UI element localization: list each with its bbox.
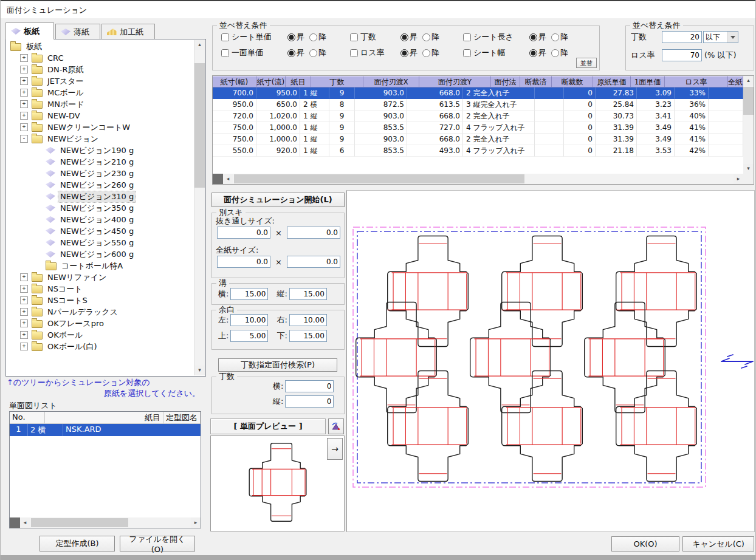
table-row[interactable]: 550.0 920.0 1 縦 6 853.5 493.0 4 フラップ入れ子 … — [213, 145, 743, 157]
tree-expander-icon[interactable]: + — [20, 66, 28, 73]
table-header-cell[interactable]: 紙目 — [286, 76, 311, 87]
tree-expander-icon[interactable]: + — [20, 112, 28, 120]
table-row[interactable]: 950.0 650.0 2 横 8 872.5 613.5 3 縦完全入れ子 0… — [213, 99, 743, 111]
tree-item[interactable]: NEWビジョン190 g — [7, 145, 194, 156]
tree-expander-icon[interactable]: + — [20, 123, 28, 131]
scrollbar-thumb[interactable] — [31, 518, 128, 527]
tree-expander-icon[interactable]: + — [20, 273, 28, 281]
count-search-button[interactable]: 丁数指定面付検索(P) — [218, 358, 337, 372]
table-header-cell[interactable]: 紙寸(幅) — [213, 76, 256, 87]
scroll-left-icon[interactable]: ◂ — [223, 174, 233, 184]
tree-item[interactable]: + NEW-DV — [7, 110, 194, 121]
tree-item[interactable]: NEWビジョン310 g — [7, 191, 194, 202]
sheet-price-desc-radio[interactable] — [309, 33, 317, 41]
scrollbar-track[interactable] — [233, 174, 734, 184]
tree-item[interactable]: NEWビジョン450 g — [7, 225, 194, 237]
sheet-width-desc-radio[interactable] — [551, 49, 559, 57]
tree-item[interactable]: NEWビジョン400 g — [7, 214, 194, 225]
scrollbar-thumb[interactable] — [194, 63, 205, 188]
count-asc-radio[interactable] — [400, 33, 408, 41]
tree-item[interactable]: + Nパールデラックス — [7, 306, 194, 318]
tree-item[interactable]: + NEWリファイン — [7, 271, 194, 283]
tree-item[interactable]: + MNボード — [7, 98, 194, 110]
tree-expander-icon[interactable]: + — [20, 77, 28, 85]
groove-v-input[interactable] — [289, 288, 327, 300]
full-sheet-width-input[interactable] — [217, 256, 270, 268]
tab-thin-paper[interactable]: 薄紙 — [55, 24, 100, 39]
scrollbar-thumb[interactable] — [234, 174, 524, 183]
loss-filter-input[interactable] — [662, 49, 702, 61]
scrollbar-track[interactable] — [743, 86, 754, 164]
count-filter-combo[interactable]: 以下 — [703, 31, 738, 43]
margin-top-input[interactable] — [230, 330, 268, 342]
tree-expander-icon[interactable]: + — [20, 100, 28, 108]
tree-item[interactable]: + MCボール — [7, 87, 194, 98]
splitter-box[interactable] — [213, 174, 223, 184]
scroll-right-icon[interactable]: ▸ — [734, 174, 743, 184]
tree-item[interactable]: NEWビジョン550 g — [7, 237, 194, 248]
table-header-cell[interactable]: 面付刃渡Y — [419, 76, 491, 87]
tree-item[interactable]: + JETスター — [7, 75, 194, 87]
list-header-cell[interactable]: 紙目 — [45, 412, 163, 424]
table-vertical-scrollbar[interactable]: ▴ ▾ — [743, 76, 754, 174]
next-preview-button[interactable]: → — [327, 438, 343, 460]
loss-rate-asc-radio[interactable] — [400, 49, 408, 57]
scrollbar-track[interactable] — [194, 50, 205, 366]
tree-item[interactable]: + NEWクリーンコートW — [7, 121, 194, 133]
tree-expander-icon[interactable]: + — [20, 319, 28, 327]
tab-processed-paper[interactable]: 加工紙 — [101, 24, 155, 39]
tree-expander-icon[interactable]: + — [20, 308, 28, 316]
start-simulation-button[interactable]: 面付シミュレーション開始(L) — [211, 193, 345, 207]
tree-item[interactable]: + CRC — [7, 52, 194, 64]
punch-width-input[interactable] — [217, 227, 270, 239]
scroll-down-icon[interactable]: ▾ — [743, 164, 754, 174]
tree-item[interactable]: + OKボール — [7, 329, 194, 341]
apply-sort-button[interactable]: 並替 — [576, 58, 597, 68]
tree-expander-icon[interactable]: + — [20, 331, 28, 339]
tree-item[interactable]: + OKボール(白) — [7, 341, 194, 352]
tab-board-paper[interactable]: 板紙 — [5, 22, 54, 39]
scrollbar-thumb[interactable] — [743, 87, 754, 115]
tree-item[interactable]: + NSコートS — [7, 295, 194, 306]
cancel-button[interactable]: キャンセル(C) — [682, 536, 754, 551]
scroll-left-icon[interactable]: ◂ — [20, 517, 30, 528]
sort-sheet-price-checkbox[interactable] — [221, 33, 229, 41]
tree-item[interactable]: + DN-R原紙 — [7, 64, 194, 75]
tree-expander-icon[interactable]: - — [20, 135, 28, 143]
count-desc-radio[interactable] — [422, 33, 430, 41]
table-header-cell[interactable]: 面付刃渡X — [363, 76, 419, 87]
tree-item[interactable]: + OKフレースpro — [7, 318, 194, 329]
margin-right-input[interactable] — [289, 314, 327, 326]
punch-height-input[interactable] — [287, 227, 340, 239]
list-horizontal-scrollbar[interactable]: ◂ ▸ — [10, 517, 201, 528]
tree-item[interactable]: 板紙 — [7, 41, 194, 52]
sort-face-price-checkbox[interactable] — [221, 49, 229, 57]
tree-expander-icon[interactable]: + — [20, 285, 28, 293]
ok-button[interactable]: OK(O) — [611, 536, 679, 551]
scroll-right-icon[interactable]: ▸ — [191, 517, 201, 528]
combo-dropdown-icon[interactable] — [727, 32, 738, 43]
tree-expander-icon[interactable]: + — [20, 343, 28, 350]
splitter-box[interactable] — [10, 517, 20, 528]
loss-rate-desc-radio[interactable] — [422, 49, 430, 57]
tree-expander-icon[interactable]: + — [20, 54, 28, 62]
list-header-cell[interactable]: 定型図名 — [163, 412, 201, 424]
groove-h-input[interactable] — [230, 288, 268, 300]
table-row[interactable]: 750.0 1,000.0 1 縦 9 903.0 668.0 2 完全入れ子 … — [213, 134, 743, 145]
scroll-up-icon[interactable]: ▴ — [194, 40, 205, 50]
tree-item[interactable]: NEWビジョン260 g — [7, 179, 194, 191]
tree-expander-icon[interactable]: + — [20, 89, 28, 97]
table-header-cell[interactable]: 紙寸(流) — [256, 76, 286, 87]
sheet-length-asc-radio[interactable] — [529, 33, 537, 41]
sort-count-checkbox[interactable] — [350, 33, 358, 41]
table-header-cell[interactable]: 断裁数 — [552, 76, 593, 87]
tree-expander-icon[interactable]: + — [20, 296, 28, 304]
tree-item[interactable]: NEWビジョン600 g — [7, 248, 194, 260]
count-filter-input[interactable] — [662, 31, 702, 43]
list-header-cell[interactable]: No. — [10, 412, 45, 424]
create-template-button[interactable]: 定型作成(B) — [40, 536, 115, 551]
tree-item[interactable]: コートボール特A — [7, 260, 194, 271]
table-row[interactable]: 700.0 950.0 1 縦 9 903.0 668.0 2 完全入れ子 0 … — [213, 87, 743, 99]
scroll-up-icon[interactable]: ▴ — [743, 76, 754, 86]
scrollbar-track[interactable] — [30, 517, 191, 528]
